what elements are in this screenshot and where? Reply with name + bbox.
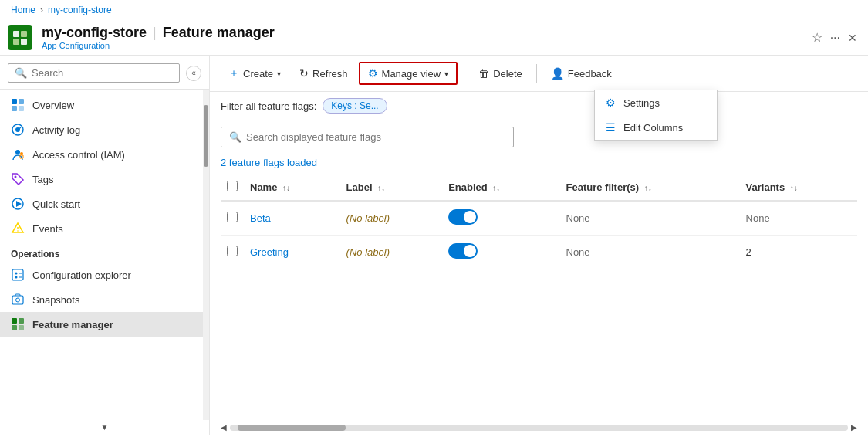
svg-point-11	[15, 150, 20, 154]
col-enabled: Enabled ↑↓	[442, 175, 559, 201]
greeting-variants: 2	[740, 236, 857, 269]
sidebar-item-events[interactable]: Events	[0, 216, 203, 241]
svg-point-19	[15, 273, 18, 275]
scroll-left-button[interactable]: ◀	[221, 423, 227, 432]
sidebar-content: Overview Activity log Access control (IA…	[0, 90, 209, 420]
sidebar-scrollbar[interactable]	[203, 90, 209, 420]
sort-variants-icon[interactable]: ↑↓	[790, 184, 798, 192]
greeting-toggle-thumb	[464, 245, 476, 257]
filter-chip-keys[interactable]: Keys : Se...	[323, 98, 387, 114]
page-title: Feature manager	[163, 25, 275, 41]
breadcrumb-separator: ›	[40, 5, 43, 15]
breadcrumb-home[interactable]: Home	[11, 5, 35, 15]
svg-rect-25	[12, 318, 17, 324]
col-variants: Variants ↑↓	[740, 175, 857, 201]
feedback-button[interactable]: 👤 Feedback	[543, 63, 620, 83]
svg-point-24	[16, 298, 20, 302]
content-search-area: 🔍	[210, 120, 868, 154]
sidebar-nav: Overview Activity log Access control (IA…	[0, 90, 203, 420]
app-subtitle: App Configuration	[42, 41, 275, 50]
content-search-input[interactable]	[246, 131, 505, 143]
beta-enabled[interactable]	[442, 201, 559, 236]
sidebar-search-icon: 🔍	[15, 67, 27, 79]
manage-view-button[interactable]: ⚙ Manage view ▾	[359, 62, 458, 85]
feedback-icon: 👤	[551, 67, 564, 80]
table-row: Greeting (No label) None	[221, 236, 857, 269]
title-separator: |	[153, 25, 157, 41]
favorite-icon[interactable]: ☆	[812, 30, 822, 45]
sidebar-item-overview-label: Overview	[32, 100, 74, 111]
sidebar-item-snapshots[interactable]: Snapshots	[0, 287, 203, 312]
manage-view-dropdown-arrow: ▾	[444, 69, 448, 78]
svg-rect-6	[12, 106, 17, 111]
breadcrumb-store[interactable]: my-config-store	[48, 5, 112, 15]
sidebar-item-tags[interactable]: Tags	[0, 167, 203, 191]
sidebar-item-overview[interactable]: Overview	[0, 93, 203, 117]
sidebar-collapse-button[interactable]: «	[186, 66, 201, 81]
loaded-info: 2 feature flags loaded	[210, 154, 868, 175]
svg-rect-2	[13, 39, 19, 45]
sidebar-item-feature-manager[interactable]: Feature manager	[0, 312, 203, 337]
sidebar-item-snapshots-label: Snapshots	[32, 294, 79, 306]
sidebar-search-input[interactable]	[32, 67, 173, 79]
sort-feature-filters-icon[interactable]: ↑↓	[644, 184, 652, 192]
sidebar-search-box[interactable]: 🔍	[8, 63, 180, 83]
quick-start-icon	[11, 197, 25, 211]
sort-enabled-icon[interactable]: ↑↓	[492, 184, 500, 192]
col-label: Label ↑↓	[340, 175, 443, 201]
beta-name-link[interactable]: Beta	[250, 212, 271, 224]
row-beta-checkbox[interactable]	[227, 212, 238, 222]
sidebar-item-activity-log[interactable]: Activity log	[0, 117, 203, 142]
sort-name-icon[interactable]: ↑↓	[282, 184, 290, 192]
svg-rect-7	[19, 106, 24, 111]
dropdown-item-edit-columns[interactable]: ☰ Edit Columns	[595, 115, 717, 140]
greeting-name-link[interactable]: Greeting	[250, 246, 289, 258]
greeting-toggle[interactable]	[448, 243, 478, 259]
events-icon	[11, 222, 25, 236]
filter-label: Filter all feature flags:	[221, 100, 316, 112]
sidebar-item-quick-start[interactable]: Quick start	[0, 191, 203, 216]
beta-toggle-thumb	[464, 211, 476, 223]
refresh-label: Refresh	[312, 68, 348, 80]
tags-icon	[11, 172, 25, 186]
svg-rect-23	[12, 296, 23, 304]
svg-rect-4	[12, 99, 17, 104]
refresh-button[interactable]: ↻ Refresh	[292, 63, 356, 83]
select-all-checkbox[interactable]	[227, 181, 238, 191]
loaded-info-text: 2 feature flags loaded	[221, 157, 317, 168]
create-button[interactable]: ＋ Create ▾	[221, 63, 289, 84]
delete-button[interactable]: 🗑 Delete	[471, 63, 530, 83]
sidebar-scroll-down-button[interactable]: ▼	[101, 423, 109, 432]
sidebar-item-access-control[interactable]: Access control (IAM)	[0, 142, 203, 167]
horizontal-scrollbar-track[interactable]	[230, 425, 848, 431]
close-button[interactable]: ✕	[848, 32, 857, 44]
toolbar-separator-1	[464, 64, 464, 83]
sidebar: 🔍 « Overview	[0, 56, 210, 435]
scroll-right-button[interactable]: ▶	[851, 423, 857, 432]
create-dropdown-arrow: ▾	[277, 69, 281, 78]
dropdown-item-settings[interactable]: ⚙ Settings	[595, 90, 717, 115]
greeting-enabled[interactable]	[442, 236, 559, 269]
sidebar-item-activity-log-label: Activity log	[32, 124, 80, 136]
store-name: my-config-store	[42, 25, 147, 41]
svg-rect-28	[19, 325, 24, 330]
edit-columns-label: Edit Columns	[623, 122, 683, 134]
sidebar-item-events-label: Events	[32, 223, 63, 235]
sidebar-item-config-explorer[interactable]: Configuration explorer	[0, 263, 203, 287]
manage-view-label: Manage view	[382, 68, 441, 80]
feedback-label: Feedback	[568, 68, 612, 80]
refresh-icon: ↻	[299, 67, 309, 80]
more-options-icon[interactable]: ···	[830, 31, 840, 45]
beta-toggle[interactable]	[448, 209, 478, 225]
operations-section-header: Operations	[0, 241, 203, 263]
svg-rect-26	[19, 318, 24, 324]
main-layout: 🔍 « Overview	[0, 56, 868, 435]
greeting-name: Greeting	[244, 236, 340, 269]
sort-label-icon[interactable]: ↑↓	[377, 184, 385, 192]
svg-rect-5	[19, 99, 24, 104]
sidebar-item-tags-label: Tags	[32, 174, 53, 185]
svg-rect-3	[21, 39, 27, 45]
row-greeting-checkbox[interactable]	[227, 246, 238, 256]
content-search-box[interactable]: 🔍	[221, 127, 514, 147]
toolbar-separator-2	[536, 64, 537, 83]
